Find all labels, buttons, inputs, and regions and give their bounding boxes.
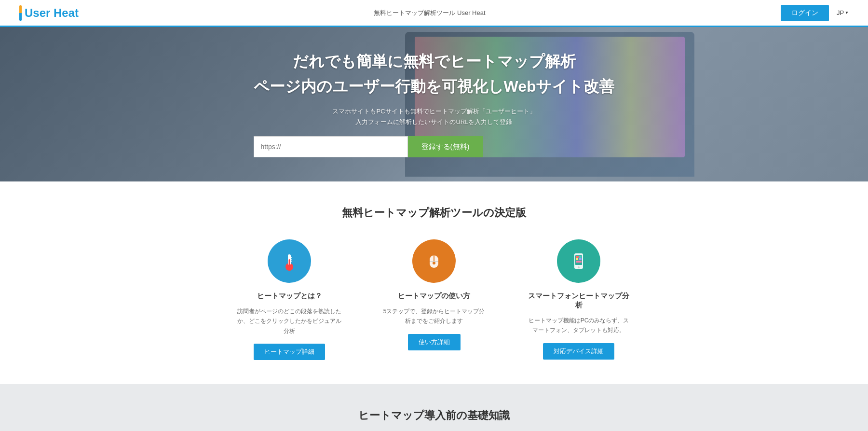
smartphone-icon: [557, 239, 600, 283]
hero-title-2: ページ内のユーザー行動を可視化しWebサイト改善: [254, 76, 615, 97]
logo-bar-icon: [19, 5, 22, 21]
feature-btn-usage[interactable]: 使い方詳細: [408, 334, 461, 350]
url-input[interactable]: [254, 136, 408, 157]
header-actions: ログイン JP: [781, 5, 849, 21]
svg-rect-15: [579, 258, 582, 260]
knowledge-section-title: ヒートマップ導入前の基礎知識: [0, 408, 868, 423]
hero-section: だれでも簡単に無料でヒートマップ解析 ページ内のユーザー行動を可視化しWebサイ…: [0, 27, 868, 181]
svg-rect-16: [576, 261, 582, 263]
feature-title-heatmap: ヒートマップとは？: [257, 292, 322, 301]
feature-desc-smartphone: ヒートマップ機能はPCのみならず、スマートフォン、タブレットも対応。: [526, 316, 632, 335]
svg-rect-12: [576, 256, 579, 258]
feature-card-usage: ヒートマップの使い方 5ステップで、登録からヒートマップ分析までをご紹介します …: [381, 239, 487, 360]
feature-btn-heatmap[interactable]: ヒートマップ詳細: [254, 344, 325, 360]
heatmap-icon: [268, 239, 311, 283]
svg-rect-13: [579, 256, 582, 258]
header: User Heat 無料ヒートマップ解析ツール User Heat ログイン J…: [0, 0, 868, 27]
logo-area: User Heat: [19, 5, 79, 21]
language-selector[interactable]: JP: [837, 9, 849, 16]
feature-title-usage: ヒートマップの使い方: [398, 292, 470, 301]
feature-title-smartphone: スマートフォンヒートマップ分析: [526, 292, 632, 310]
features-section: 無料ヒートマップ解析ツールの決定版 ヒートマップとは？ 訪問者がページのどこの段…: [0, 181, 868, 384]
feature-btn-smartphone[interactable]: 対応デバイス詳細: [543, 343, 614, 360]
usage-icon: [412, 239, 456, 283]
hero-form: 登録する(無料): [254, 136, 615, 157]
hero-title-1: だれでも簡単に無料でヒートマップ解析: [254, 51, 615, 72]
svg-point-8: [433, 262, 435, 264]
register-button[interactable]: 登録する(無料): [408, 136, 483, 157]
knowledge-section: ヒートマップ導入前の基礎知識 ヒートマップとは？ ヒートマップのメリットはどんな…: [0, 384, 868, 431]
svg-rect-14: [576, 258, 578, 260]
login-button[interactable]: ログイン: [781, 5, 829, 21]
features-section-title: 無料ヒートマップ解析ツールの決定版: [0, 206, 868, 220]
feature-desc-heatmap: 訪問者がページのどこの段落を熟読したか、どこをクリックしたかをビジュアル分析: [236, 306, 342, 336]
svg-point-17: [578, 266, 580, 268]
hero-content: だれでも簡単に無料でヒートマップ解析 ページ内のユーザー行動を可視化しWebサイ…: [254, 51, 615, 157]
logo-text: User Heat: [25, 6, 79, 20]
hero-subtitle-2: 入力フォームに解析したいサイトのURLを入力して登録: [254, 118, 615, 126]
feature-card-heatmap: ヒートマップとは？ 訪問者がページのどこの段落を熟読したか、どこをクリックしたか…: [236, 239, 342, 360]
feature-card-smartphone: スマートフォンヒートマップ分析 ヒートマップ機能はPCのみならず、スマートフォン…: [526, 239, 632, 360]
features-grid: ヒートマップとは？ 訪問者がページのどこの段落を熟読したか、どこをクリックしたか…: [0, 239, 868, 360]
hero-subtitle-1: スマホサイトもPCサイトも無料でヒートマップ解析「ユーザーヒート」: [254, 107, 615, 116]
svg-rect-2: [289, 259, 290, 267]
feature-desc-usage: 5ステップで、登録からヒートマップ分析までをご紹介します: [381, 306, 487, 326]
header-tagline: 無料ヒートマップ解析ツール User Heat: [79, 9, 781, 17]
